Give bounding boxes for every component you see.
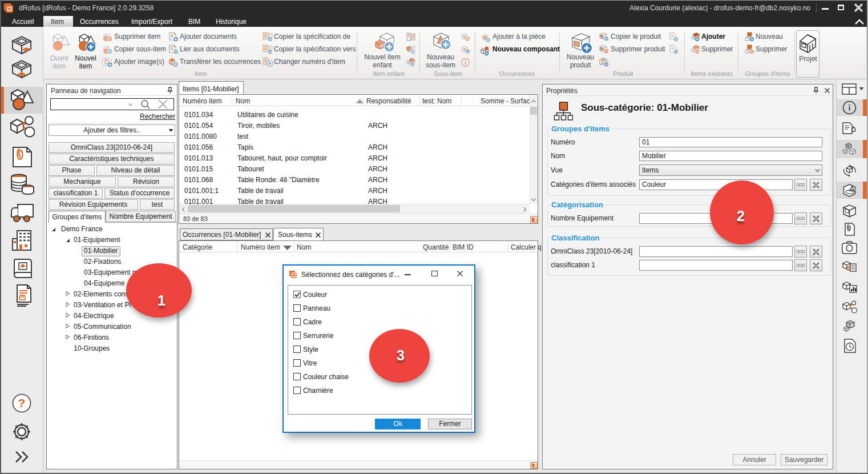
- svg-text:?: ?: [18, 396, 26, 409]
